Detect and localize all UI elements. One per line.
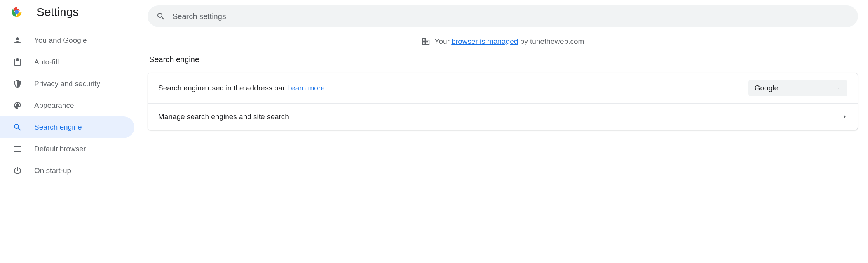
chevron-down-icon <box>837 86 841 90</box>
search-bar[interactable] <box>148 5 858 27</box>
sidebar-item-appearance[interactable]: Appearance <box>0 95 148 116</box>
section-title: Search engine <box>148 55 858 64</box>
app-header: Settings <box>0 5 148 29</box>
sidebar-item-label: On start-up <box>34 166 71 175</box>
sidebar-item-default-browser[interactable]: Default browser <box>0 138 148 160</box>
default-engine-label: Search engine used in the address bar Le… <box>158 84 325 92</box>
sidebar-item-label: Privacy and security <box>34 80 100 88</box>
sidebar-nav: You and Google Auto-fill Privacy and sec… <box>0 29 148 182</box>
person-icon <box>12 35 23 45</box>
chevron-right-icon <box>843 114 847 119</box>
sidebar-item-on-startup[interactable]: On start-up <box>0 160 148 182</box>
page-title: Settings <box>37 5 78 19</box>
clipboard-icon <box>12 57 23 67</box>
chrome-logo-icon <box>11 6 23 18</box>
sidebar-item-search-engine[interactable]: Search engine <box>0 116 134 138</box>
power-icon <box>12 166 23 176</box>
search-engine-card: Search engine used in the address bar Le… <box>148 73 858 130</box>
palette-icon <box>12 100 23 111</box>
search-input[interactable] <box>173 12 849 21</box>
sidebar-item-label: Default browser <box>34 145 86 153</box>
search-icon <box>12 122 23 132</box>
sidebar-item-privacy[interactable]: Privacy and security <box>0 73 148 95</box>
browser-icon <box>12 144 23 154</box>
manage-engines-label: Manage search engines and site search <box>158 112 289 121</box>
sidebar-item-autofill[interactable]: Auto-fill <box>0 51 148 73</box>
search-engine-select[interactable]: Google <box>748 80 847 96</box>
sidebar-item-label: You and Google <box>34 36 87 45</box>
manage-engines-row[interactable]: Manage search engines and site search <box>148 104 858 130</box>
select-value: Google <box>755 84 778 92</box>
sidebar-item-label: Auto-fill <box>34 58 59 66</box>
main-content: Your browser is managed by tunetheweb.co… <box>148 0 868 182</box>
managed-link[interactable]: browser is managed <box>451 37 518 45</box>
search-icon <box>156 12 166 21</box>
shield-icon <box>12 79 23 89</box>
sidebar: Settings You and Google Auto-fill Privac… <box>0 0 148 182</box>
sidebar-item-you-and-google[interactable]: You and Google <box>0 29 148 51</box>
sidebar-item-label: Appearance <box>34 101 74 110</box>
managed-notice-text: Your browser is managed by tunetheweb.co… <box>435 37 584 46</box>
sidebar-item-label: Search engine <box>34 123 82 132</box>
learn-more-link[interactable]: Learn more <box>287 84 325 92</box>
domain-icon <box>422 37 430 46</box>
default-engine-row: Search engine used in the address bar Le… <box>148 73 858 104</box>
managed-notice: Your browser is managed by tunetheweb.co… <box>148 37 858 46</box>
